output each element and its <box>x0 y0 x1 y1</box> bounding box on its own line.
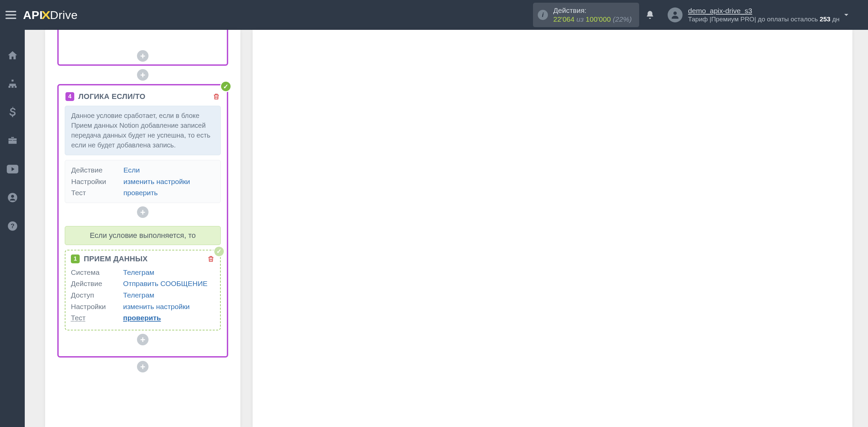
prop-access-label: Доступ <box>71 289 114 301</box>
prop-settings-label: Настройки <box>71 301 114 312</box>
user-menu[interactable]: demo_apix-drive_s3 Тариф |Премиум PRO| д… <box>668 7 840 23</box>
chevron-down-icon[interactable] <box>842 11 863 19</box>
nav-briefcase[interactable] <box>0 133 25 148</box>
actions-of: из <box>576 15 586 23</box>
notifications-icon[interactable] <box>645 10 662 20</box>
app-header: API X Drive i Действия: 22'064 из 100'00… <box>0 0 868 30</box>
block-properties: Действие Если Настройки изменить настрой… <box>65 160 221 203</box>
add-step-button[interactable] <box>137 361 149 372</box>
briefcase-icon <box>7 135 18 146</box>
actions-total: 100'000 <box>586 15 611 23</box>
nav-video[interactable] <box>0 161 25 177</box>
block-title: ПРИЕМ ДАННЫХ <box>84 255 148 263</box>
sitemap-icon <box>7 78 18 89</box>
info-icon: i <box>538 10 548 20</box>
user-circle-icon <box>7 192 18 203</box>
delete-block-button[interactable] <box>213 93 220 101</box>
svg-rect-1 <box>12 80 13 81</box>
prop-settings-link[interactable]: изменить настройки <box>123 301 190 312</box>
condition-banner: Если условие выполняется, то <box>65 226 221 245</box>
prop-action-value[interactable]: Если <box>123 164 140 176</box>
prop-test-link[interactable]: проверить <box>123 312 161 324</box>
add-step-button[interactable] <box>137 50 149 62</box>
prop-system-label: Система <box>71 267 114 278</box>
prop-system-value[interactable]: Телеграм <box>123 267 154 278</box>
prop-access-value[interactable]: Телеграм <box>123 289 154 301</box>
actions-counter[interactable]: i Действия: 22'064 из 100'000 (22%) <box>533 3 639 27</box>
actions-count: 22'064 <box>553 15 574 23</box>
prop-settings-label: Настройки <box>71 176 114 187</box>
add-step-button[interactable] <box>137 69 149 81</box>
svg-rect-3 <box>12 86 13 88</box>
prop-action-label: Действие <box>71 164 114 176</box>
user-name: demo_apix-drive_s3 <box>688 7 840 15</box>
logic-block-header: 4 ЛОГИКА ЕСЛИ/ТО <box>65 89 221 106</box>
logo[interactable]: API X Drive <box>23 8 78 22</box>
logo-part-drive: Drive <box>50 8 78 22</box>
prop-action-label: Действие <box>71 278 114 289</box>
user-info: demo_apix-drive_s3 Тариф |Премиум PRO| д… <box>688 7 840 23</box>
dollar-icon <box>9 107 16 118</box>
menu-toggle[interactable] <box>5 8 19 22</box>
status-success-icon <box>220 81 232 92</box>
help-icon: ? <box>7 221 18 231</box>
svg-text:?: ? <box>11 222 14 229</box>
previous-block-tail <box>57 30 228 66</box>
prop-test-label: Тест <box>71 312 114 324</box>
actions-text: Действия: 22'064 из 100'000 (22%) <box>553 6 632 24</box>
status-success-icon <box>213 246 225 257</box>
logo-part-api: API <box>23 8 43 22</box>
logic-block: 4 ЛОГИКА ЕСЛИ/ТО Данное условие сработае… <box>57 84 228 358</box>
add-step-button[interactable] <box>137 206 149 218</box>
actions-title: Действия: <box>553 6 632 15</box>
logo-part-x: X <box>41 8 51 22</box>
step-number: 4 <box>65 92 74 101</box>
block-description: Данное условие сработает, если в блоке П… <box>65 106 221 155</box>
nav-help[interactable]: ? <box>0 218 25 234</box>
home-icon <box>7 50 18 61</box>
trash-icon <box>207 255 215 263</box>
prop-test-label: Тест <box>71 187 114 199</box>
svg-rect-2 <box>8 86 10 88</box>
prop-action-value[interactable]: Отправить СООБЩЕНИЕ <box>123 278 208 289</box>
prop-settings-link[interactable]: изменить настройки <box>123 176 190 187</box>
user-tariff: Тариф |Премиум PRO| до оплаты осталось 2… <box>688 16 840 23</box>
content-area: 4 ЛОГИКА ЕСЛИ/ТО Данное условие сработае… <box>25 30 868 427</box>
prop-test-link[interactable]: проверить <box>123 187 158 199</box>
actions-pct: (22%) <box>613 15 632 23</box>
avatar <box>668 7 683 22</box>
add-step-button[interactable] <box>137 334 149 345</box>
step-number: 1 <box>71 255 80 263</box>
nav-connections[interactable] <box>0 76 25 92</box>
sidebar: ? <box>0 30 25 427</box>
nav-account[interactable] <box>0 190 25 205</box>
receive-block: 1 ПРИЕМ ДАННЫХ Система Телеграм <box>65 250 221 330</box>
workflow-panel: 4 ЛОГИКА ЕСЛИ/ТО Данное условие сработае… <box>45 30 240 427</box>
nav-home[interactable] <box>0 47 25 63</box>
delete-block-button[interactable] <box>207 255 215 263</box>
svg-rect-4 <box>15 86 16 88</box>
svg-point-7 <box>11 195 14 198</box>
trash-icon <box>213 93 220 101</box>
youtube-icon <box>7 165 18 174</box>
nav-billing[interactable] <box>0 104 25 120</box>
detail-panel <box>253 30 852 427</box>
block-title: ЛОГИКА ЕСЛИ/ТО <box>78 92 145 101</box>
svg-point-0 <box>673 12 677 15</box>
receive-block-header: 1 ПРИЕМ ДАННЫХ <box>71 255 215 267</box>
